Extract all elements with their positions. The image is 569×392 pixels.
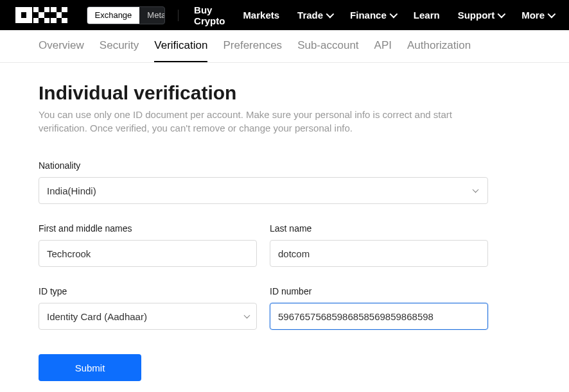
tab-sub-account[interactable]: Sub-account xyxy=(297,30,358,62)
id-number-field[interactable] xyxy=(270,303,488,330)
id-type-label: ID type xyxy=(39,286,257,296)
last-name-label: Last name xyxy=(270,223,488,234)
tab-security[interactable]: Security xyxy=(100,30,139,62)
first-name-field[interactable] xyxy=(39,240,257,267)
tab-api[interactable]: API xyxy=(374,30,392,62)
mode-toggle: Exchange MetaX xyxy=(87,6,166,24)
submit-button[interactable]: Submit xyxy=(39,354,141,381)
page-description: You can use only one ID document per acc… xyxy=(39,108,501,135)
nav-trade[interactable]: Trade xyxy=(297,10,332,21)
account-subnav: Overview Security Verification Preferenc… xyxy=(0,30,569,63)
tab-preferences[interactable]: Preferences xyxy=(223,30,282,62)
main-nav: Buy Crypto Markets Trade Finance Learn S… xyxy=(194,4,554,26)
chevron-down-icon xyxy=(326,10,335,19)
nav-more[interactable]: More xyxy=(521,10,554,21)
nav-support[interactable]: Support xyxy=(458,10,504,21)
logo[interactable] xyxy=(15,7,67,24)
nav-learn[interactable]: Learn xyxy=(414,10,440,21)
id-type-field[interactable] xyxy=(39,303,257,330)
chevron-down-icon xyxy=(548,10,556,19)
last-name-field[interactable] xyxy=(270,240,488,267)
nationality-field[interactable] xyxy=(39,177,488,204)
tab-authorization[interactable]: Authorization xyxy=(407,30,471,62)
nav-markets[interactable]: Markets xyxy=(243,10,279,21)
id-type-select[interactable] xyxy=(39,303,257,330)
page-title: Individual verification xyxy=(39,82,530,104)
top-header: Exchange MetaX Buy Crypto Markets Trade … xyxy=(0,0,569,30)
nationality-label: Nationality xyxy=(39,160,530,171)
chevron-down-icon xyxy=(498,10,506,19)
verification-content: Individual verification You can use only… xyxy=(0,63,569,392)
tab-verification[interactable]: Verification xyxy=(154,30,207,62)
nationality-select[interactable] xyxy=(39,177,488,204)
toggle-exchange[interactable]: Exchange xyxy=(87,7,140,24)
divider xyxy=(178,10,179,21)
nav-finance[interactable]: Finance xyxy=(350,10,396,21)
id-number-label: ID number xyxy=(270,286,488,296)
nav-buy-crypto[interactable]: Buy Crypto xyxy=(194,4,225,26)
toggle-metax[interactable]: MetaX xyxy=(139,7,165,24)
first-name-label: First and middle names xyxy=(39,223,257,234)
chevron-down-icon xyxy=(389,10,398,19)
tab-overview[interactable]: Overview xyxy=(39,30,84,62)
